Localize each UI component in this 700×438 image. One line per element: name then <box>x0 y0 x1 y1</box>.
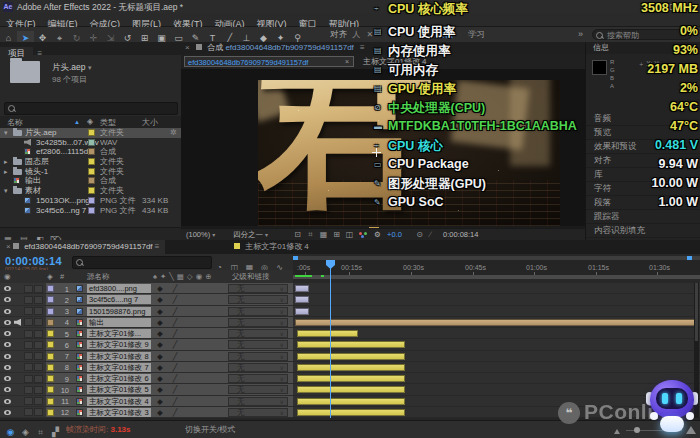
column-size[interactable]: 大小 <box>142 117 158 128</box>
layer-duration-bar[interactable] <box>297 398 405 405</box>
layer-name[interactable]: 3c4f5c6....ng 7 <box>87 295 151 304</box>
eye-visibility-icon[interactable] <box>4 376 11 381</box>
layer-name[interactable]: 1501598876.png <box>87 307 151 316</box>
label-color-chip[interactable] <box>88 177 95 184</box>
timeline-tab-2[interactable]: 主标文字01修改 4 <box>228 240 315 254</box>
solo-cell[interactable] <box>24 341 33 349</box>
layer-switches[interactable]: ◆ ╱ <box>153 284 229 293</box>
label-color-chip[interactable] <box>47 353 54 360</box>
comp-viewer-tab-active[interactable]: efd38004648db76909759d491157df <box>184 56 354 67</box>
project-search-input[interactable] <box>4 102 178 115</box>
project-item-row[interactable]: 3c4f5c6...ng 7PNG 文件434 KB <box>0 206 181 216</box>
lock-cell[interactable] <box>34 341 43 349</box>
layer-row[interactable]: 10主标文字01修改 5◆ ╱无∨ <box>0 384 293 395</box>
layer-duration-bar[interactable] <box>297 330 358 337</box>
eye-visibility-icon[interactable] <box>4 286 11 291</box>
layer-row[interactable]: 5主标文字01修...◆ ╱无∨ <box>0 328 293 339</box>
expander-icon[interactable]: ▾ <box>4 128 8 138</box>
toggle-switches-modes-button[interactable]: 切换开关/模式 <box>185 421 235 438</box>
viewer-tab-comp-name[interactable]: efd38004648db7b909759d491157df <box>225 43 353 52</box>
solo-cell[interactable] <box>24 318 33 326</box>
label-color-chip[interactable] <box>47 375 54 382</box>
parent-link-dropdown[interactable]: 无∨ <box>228 340 288 349</box>
layer-row[interactable]: 6主标文字01修改 9◆ ╱无∨ <box>0 339 293 350</box>
label-color-chip[interactable] <box>88 197 95 204</box>
panel-lock-icon[interactable] <box>196 44 202 50</box>
panel-menu-icon[interactable]: ≡ <box>155 242 160 251</box>
label-color-chip[interactable] <box>47 398 54 405</box>
label-color-chip[interactable] <box>47 285 54 292</box>
lock-cell[interactable] <box>34 408 43 416</box>
parent-link-dropdown[interactable]: 无∨ <box>228 284 288 293</box>
layer-row[interactable]: 4输出◆ ╱无∨ <box>0 317 293 328</box>
label-color-chip[interactable] <box>88 207 95 214</box>
track-row[interactable] <box>293 384 700 395</box>
lock-cell[interactable] <box>34 296 43 304</box>
maximize-button[interactable]: ▢ <box>666 1 680 12</box>
track-row[interactable] <box>293 339 700 350</box>
layer-switches[interactable]: ◆ ╱ <box>153 340 229 349</box>
dock-panel-效果和预设[interactable]: 效果和预设 <box>586 140 700 154</box>
layer-duration-bar[interactable] <box>295 285 309 292</box>
layer-row[interactable]: 11主标文字01修改 4◆ ╱无∨ <box>0 396 293 407</box>
parent-link-dropdown[interactable]: 无∨ <box>228 318 288 327</box>
minimize-button[interactable]: — <box>650 1 664 12</box>
layer-switches[interactable]: ◆ ╱ <box>153 318 229 327</box>
label-color-chip[interactable] <box>47 296 54 303</box>
layer-duration-bar[interactable] <box>297 375 405 382</box>
project-item-row[interactable]: ▸镜头-1文件夹 <box>0 167 181 177</box>
parent-link-dropdown[interactable]: 无∨ <box>228 329 288 338</box>
layer-duration-bar[interactable] <box>297 364 405 371</box>
tab-info-panel[interactable]: 信息 <box>586 42 700 54</box>
layer-switches[interactable]: ◆ ╱ <box>153 352 229 361</box>
lock-cell[interactable] <box>34 386 43 394</box>
track-row[interactable] <box>293 351 700 362</box>
eye-visibility-icon[interactable] <box>4 309 11 314</box>
workspace-overflow-chevron[interactable]: » <box>578 27 583 42</box>
label-color-chip[interactable] <box>47 341 54 348</box>
bottom-bar-icon[interactable]: ▞ <box>48 423 63 438</box>
snap-options-icons[interactable]: 人✕ <box>349 29 376 39</box>
layer-name[interactable]: 主标文字01修改 3 <box>87 408 151 417</box>
playhead-line[interactable] <box>330 260 331 418</box>
bottom-bar-icon[interactable]: ⌗ <box>33 423 48 438</box>
project-item-row[interactable]: ▾素材文件夹 <box>0 186 181 196</box>
layer-name[interactable]: 主标文字01修改 7 <box>87 363 151 372</box>
parent-link-dropdown[interactable]: 无∨ <box>228 307 288 316</box>
layer-switches[interactable]: ◆ ╱ <box>153 408 229 417</box>
close-icon[interactable]: × <box>181 43 194 52</box>
parent-link-dropdown[interactable]: 无∨ <box>228 408 288 417</box>
project-item-row[interactable]: ▾片头.aep文件夹✲ <box>0 128 181 138</box>
eye-visibility-icon[interactable] <box>4 399 11 404</box>
slider-thumb[interactable] <box>634 427 640 433</box>
dock-panel-段落[interactable]: 段落 <box>586 196 700 210</box>
label-color-chip[interactable] <box>88 158 95 165</box>
solo-cell[interactable] <box>24 285 33 293</box>
layer-duration-bar[interactable] <box>297 386 405 393</box>
track-row[interactable] <box>293 317 700 328</box>
layer-duration-bar[interactable] <box>297 409 405 416</box>
track-row[interactable] <box>293 328 700 339</box>
column-name[interactable]: 名称 <box>7 117 23 128</box>
layer-name[interactable]: 主标文字01修改 5 <box>87 385 151 394</box>
label-color-chip[interactable] <box>47 364 54 371</box>
solo-cell[interactable] <box>24 386 33 394</box>
eye-visibility-icon[interactable] <box>4 365 11 370</box>
solo-cell[interactable] <box>24 296 33 304</box>
snap-option-icon[interactable]: ✕ <box>363 30 376 39</box>
layer-row[interactable]: 1efd3800....png◆ ╱无∨ <box>0 283 293 294</box>
help-search-input[interactable]: 搜索帮助 <box>592 29 692 40</box>
layer-row[interactable]: 31501598876.png◆ ╱无∨ <box>0 306 293 317</box>
bottom-bar-icon[interactable]: ◈ <box>18 423 33 438</box>
panel-menu-icon[interactable]: ≡ <box>360 43 365 52</box>
channel-dots-icon[interactable] <box>359 232 371 238</box>
source-name-header[interactable]: 源名称 <box>87 270 110 283</box>
solo-cell[interactable] <box>24 375 33 383</box>
layer-name[interactable]: 主标文字01修改 8 <box>87 352 151 361</box>
layer-row[interactable]: 12主标文字01修改 3◆ ╱无∨ <box>0 407 293 418</box>
anchor-point-crosshair[interactable] <box>372 148 381 157</box>
column-type[interactable]: 类型 <box>100 117 116 128</box>
layer-duration-bar[interactable] <box>295 308 309 315</box>
lock-cell[interactable] <box>34 375 43 383</box>
lock-cell[interactable] <box>34 397 43 405</box>
